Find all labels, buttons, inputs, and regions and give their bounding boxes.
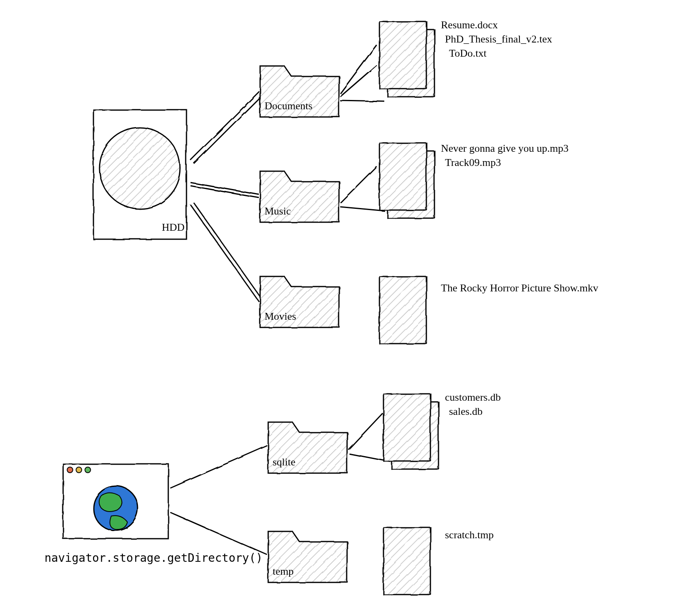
svg-line-13 [190, 182, 259, 194]
svg-line-14 [190, 185, 259, 198]
hdd-icon: HDD [93, 109, 186, 239]
browser-window-icon [63, 463, 168, 538]
svg-point-27 [85, 467, 91, 473]
svg-point-25 [67, 467, 73, 473]
svg-point-26 [76, 467, 82, 473]
browser-connectors [170, 445, 267, 554]
svg-line-19 [340, 100, 384, 101]
music-file-connector [340, 166, 384, 210]
file-label: ToDo.txt [449, 47, 487, 59]
hdd-connectors [190, 91, 262, 302]
folder-label: temp [273, 565, 294, 577]
folder-documents: Documents [260, 66, 339, 117]
svg-line-20 [340, 166, 376, 202]
documents-file-connector [340, 45, 384, 101]
svg-line-31 [348, 413, 382, 449]
folder-label: Documents [265, 100, 312, 112]
file-label: Never gonna give you up.mp3 [441, 142, 569, 154]
diagram-root: HDD Documents Resume.docx PhD_Thesis_fin… [0, 0, 682, 616]
file-label: PhD_Thesis_final_v2.tex [445, 33, 552, 45]
svg-line-21 [340, 206, 384, 210]
file-label: Track09.mp3 [445, 157, 501, 168]
folder-label: sqlite [273, 456, 295, 468]
svg-line-11 [190, 91, 259, 160]
documents-file-icon [379, 21, 434, 96]
svg-line-12 [193, 94, 262, 163]
folder-music: Music [260, 171, 339, 222]
hdd-label: HDD [162, 221, 184, 233]
temp-file-icon [383, 527, 430, 594]
svg-line-16 [193, 202, 262, 300]
svg-line-30 [170, 512, 267, 554]
music-file-icon [379, 142, 434, 218]
movies-file-icon [379, 276, 426, 343]
file-label: scratch.tmp [445, 529, 494, 541]
folder-label: Movies [265, 310, 296, 322]
svg-point-10 [99, 127, 180, 208]
folder-temp: temp [268, 531, 347, 582]
file-label: customers.db [445, 391, 501, 403]
svg-line-29 [170, 445, 267, 488]
globe-icon [93, 486, 138, 530]
file-label: sales.db [449, 406, 483, 417]
file-label: The Rocky Horror Picture Show.mkv [441, 282, 598, 294]
file-label: Resume.docx [441, 19, 498, 31]
folder-sqlite: sqlite [268, 422, 347, 473]
svg-line-15 [190, 204, 259, 302]
api-call-label: navigator.storage.getDirectory() [44, 551, 263, 565]
folder-label: Music [265, 205, 291, 217]
folder-movies: Movies [260, 276, 339, 327]
sqlite-file-icon [383, 393, 438, 469]
